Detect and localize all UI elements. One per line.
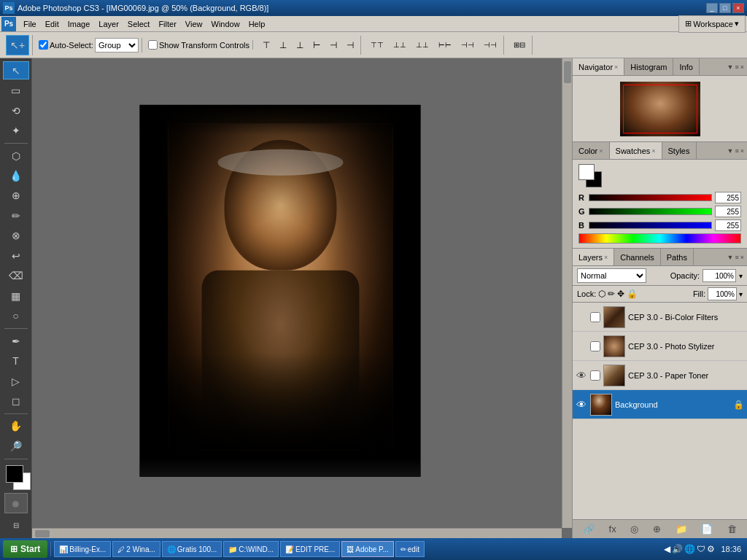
dist-hc-button[interactable]: ⊣⊣ xyxy=(457,36,478,55)
r-value[interactable]: 255 xyxy=(715,192,741,203)
text-tool[interactable]: T xyxy=(3,351,29,370)
dodge-tool[interactable]: ○ xyxy=(3,307,29,325)
taskbar-item-billing[interactable]: 📊 Billing-Ex... xyxy=(54,541,111,557)
dist-right-button[interactable]: ⊣⊣ xyxy=(480,36,500,55)
canvas-vscroll[interactable] xyxy=(562,58,572,528)
selection-tool[interactable]: ▭ xyxy=(3,81,29,99)
menu-file[interactable]: File xyxy=(19,18,41,30)
dist-vc-button[interactable]: ⊥⊥ xyxy=(390,36,410,55)
layer-visibility-toggle[interactable]: 👁 xyxy=(576,399,587,411)
align-right-button[interactable]: ⊣ xyxy=(343,36,357,55)
layer-select-checkbox[interactable] xyxy=(590,370,600,381)
fg-color-swatch[interactable] xyxy=(578,164,595,180)
swatches-close-icon[interactable]: × xyxy=(651,147,655,155)
crop-tool[interactable]: ⬡ xyxy=(3,147,29,165)
tab-navigator[interactable]: Navigator × xyxy=(573,58,624,75)
dist-bottom-button[interactable]: ⊥⊥ xyxy=(412,36,433,55)
hand-tool[interactable]: ✋ xyxy=(3,417,29,435)
maximize-button[interactable]: □ xyxy=(719,3,731,13)
layer-fx-button[interactable]: fx xyxy=(609,524,616,534)
menu-filter[interactable]: Filter xyxy=(154,18,180,30)
brush-tool[interactable]: ✏ xyxy=(3,206,29,225)
align-left-button[interactable]: ⊢ xyxy=(309,36,324,55)
shape-tool[interactable]: ◻ xyxy=(3,392,29,410)
layers-menu-icon[interactable]: ≡ xyxy=(735,254,738,261)
layers-pin-icon[interactable]: × xyxy=(740,254,744,261)
layer-item[interactable]: CEP 3.0 - Bi-Color Filters xyxy=(573,303,747,332)
layers-collapse-icon[interactable]: ▼ xyxy=(727,254,734,261)
quick-mask-button[interactable]: ◎ xyxy=(4,493,28,513)
layer-item[interactable]: 👁 Background 🔒 xyxy=(573,390,747,419)
taskbar-item-edit[interactable]: ✏ edit xyxy=(395,541,425,557)
color-close-icon[interactable]: × xyxy=(599,147,603,155)
eyedropper-tool[interactable]: 💧 xyxy=(3,166,29,184)
g-value[interactable]: 255 xyxy=(715,206,741,217)
navigator-close-icon[interactable]: × xyxy=(614,63,618,71)
color-spectrum[interactable] xyxy=(578,233,741,244)
g-slider[interactable] xyxy=(589,208,712,215)
delete-layer-button[interactable]: 🗑 xyxy=(727,524,737,534)
r-slider[interactable] xyxy=(589,194,712,201)
auto-align-button[interactable]: ⊞⊟ xyxy=(510,36,529,55)
fill-dropdown-icon[interactable]: ▾ xyxy=(739,290,743,298)
layer-visibility-toggle[interactable] xyxy=(576,311,587,323)
layer-item[interactable]: 👁 CEP 3.0 - Paper Toner xyxy=(573,361,747,390)
history-brush-tool[interactable]: ↩ xyxy=(3,246,29,265)
menu-image[interactable]: Image xyxy=(63,18,95,30)
path-select-tool[interactable]: ▷ xyxy=(3,372,29,390)
move-tool-button[interactable]: ↖+ xyxy=(6,35,29,55)
magic-wand-tool[interactable]: ✦ xyxy=(3,121,29,139)
tab-info[interactable]: Info xyxy=(673,58,699,75)
layer-visibility-toggle[interactable]: 👁 xyxy=(576,370,587,381)
foreground-color[interactable] xyxy=(6,465,23,483)
blend-mode-select[interactable]: Normal Multiply Screen xyxy=(577,268,646,283)
color-pin-icon[interactable]: × xyxy=(740,147,744,155)
taskbar-item-edit-pre[interactable]: 📝 EDIT PRE... xyxy=(280,541,340,557)
layer-select-checkbox[interactable] xyxy=(590,341,600,351)
new-layer-button[interactable]: 📄 xyxy=(701,524,713,534)
layer-mask-button[interactable]: ◎ xyxy=(630,524,638,534)
menu-help[interactable]: Help xyxy=(244,18,270,30)
canvas[interactable] xyxy=(140,105,421,477)
b-value[interactable]: 255 xyxy=(715,219,741,231)
dist-top-button[interactable]: ⊤⊤ xyxy=(367,36,387,55)
menu-view[interactable]: View xyxy=(181,18,207,30)
layer-link-button[interactable]: 🔗 xyxy=(583,524,595,534)
layer-item[interactable]: CEP 3.0 - Photo Stylizer xyxy=(573,332,747,361)
autoselect-checkbox[interactable] xyxy=(39,40,48,50)
color-picker[interactable] xyxy=(0,465,31,489)
menu-edit[interactable]: Edit xyxy=(41,18,63,30)
lock-image-icon[interactable]: ✏ xyxy=(608,289,615,299)
minimize-button[interactable]: _ xyxy=(706,3,718,13)
tab-styles[interactable]: Styles xyxy=(662,142,697,159)
opacity-dropdown-icon[interactable]: ▾ xyxy=(739,272,743,280)
taskbar-item-adobe[interactable]: 🖼 Adobe P... xyxy=(341,541,393,557)
tab-histogram[interactable]: Histogram xyxy=(624,58,673,75)
pen-tool[interactable]: ✒ xyxy=(3,332,29,350)
hscroll-thumb[interactable] xyxy=(35,530,50,537)
navigator-menu-icon[interactable]: ≡ xyxy=(735,63,738,71)
align-bottom-button[interactable]: ⊥ xyxy=(293,36,307,55)
layers-close-icon[interactable]: × xyxy=(604,254,608,261)
fill-value[interactable]: 100% xyxy=(708,287,737,300)
move-tool[interactable]: ↖ xyxy=(3,61,29,79)
tab-layers[interactable]: Layers × xyxy=(573,249,614,265)
workspace-button[interactable]: ⊞ Workspace ▾ xyxy=(678,15,746,33)
align-top-button[interactable]: ⊤ xyxy=(259,36,274,55)
lock-all-icon[interactable]: 🔒 xyxy=(627,289,638,299)
b-slider[interactable] xyxy=(589,222,712,229)
layer-select-checkbox[interactable] xyxy=(590,312,600,322)
color-collapse-icon[interactable]: ▼ xyxy=(727,147,734,155)
menu-select[interactable]: Select xyxy=(123,18,155,30)
start-button[interactable]: ⊞ Start xyxy=(3,540,47,558)
tab-color[interactable]: Color × xyxy=(573,142,610,159)
close-button[interactable]: × xyxy=(732,3,744,13)
lock-transparent-icon[interactable]: ⬡ xyxy=(598,289,605,299)
opacity-value[interactable]: 100% xyxy=(703,269,736,282)
layer-adjustment-button[interactable]: ⊕ xyxy=(653,524,661,534)
eraser-tool[interactable]: ⌫ xyxy=(3,267,29,285)
align-hcenter-button[interactable]: ⊣ xyxy=(326,36,341,55)
navigator-pin-icon[interactable]: × xyxy=(740,63,744,71)
lock-position-icon[interactable]: ✥ xyxy=(617,289,624,299)
clone-stamp-tool[interactable]: ⊗ xyxy=(3,227,29,245)
